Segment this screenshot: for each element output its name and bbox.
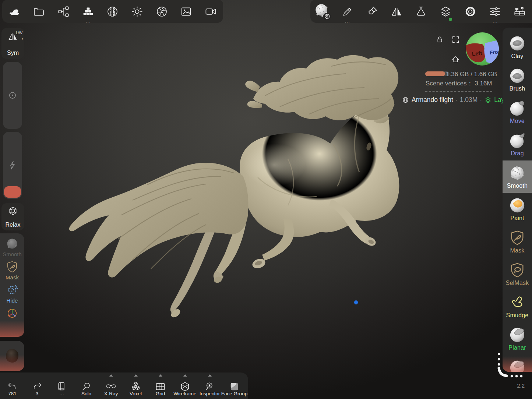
wireframe-button[interactable]: Wireframe (173, 375, 197, 396)
orientation-left-label: Left (472, 50, 482, 57)
intensity-slider[interactable] (3, 132, 22, 199)
tool-smooth[interactable]: Smooth (503, 160, 532, 193)
status-divider (425, 91, 492, 92)
submenu-caret-icon (134, 374, 138, 377)
paintbrush-icon (366, 5, 378, 18)
brick-pyramid-icon (82, 5, 95, 18)
fullscreen-icon (451, 35, 460, 44)
history-button[interactable]: … (49, 375, 74, 396)
tool-smooth-shortcut[interactable]: Smooth (3, 237, 22, 257)
tool-smooth-label: Smooth (507, 183, 528, 189)
tool-brush[interactable]: Brush (503, 63, 532, 96)
matcap-sphere-icon (106, 5, 119, 18)
camera-button[interactable] (200, 1, 222, 22)
files-button[interactable] (28, 1, 50, 22)
gear-icon (464, 5, 477, 18)
scene-vertices-value: 3.16M (475, 80, 492, 87)
layers-icon (484, 96, 492, 104)
object-name: Armando flight (412, 96, 453, 104)
background-button[interactable] (176, 1, 197, 22)
tool-mask-shortcut[interactable]: Mask (6, 260, 19, 280)
inspector-button[interactable]: Inspector (197, 375, 222, 396)
tool-smudge[interactable]: Smudge (503, 290, 532, 322)
sphere-paint-icon (509, 197, 526, 214)
tool-clay[interactable]: Clay (503, 31, 532, 63)
tool-rail: ClayBrushMoveDragSmoothPaintMaskSelMaskS… (503, 28, 532, 372)
tool-paint-label: Paint (510, 215, 524, 222)
settings-button[interactable] (460, 1, 481, 22)
symmetry-button[interactable] (386, 1, 407, 22)
orientation-gizmo[interactable]: Left Front (465, 32, 499, 66)
symmetry-badge: L/W (16, 31, 22, 35)
material-button[interactable] (102, 1, 123, 22)
relax-button[interactable]: Relax (1, 203, 24, 230)
tool-hide-shortcut-label: Hide (7, 297, 18, 304)
toolbox-button[interactable] (509, 1, 530, 22)
app-version: 2.2 (517, 382, 525, 389)
tool-mask-label: Mask (510, 247, 524, 254)
more-dots: … (485, 19, 506, 22)
primitives-button[interactable]: … (77, 1, 99, 22)
app-window: … …… Left Front 1.36 GB / 1.66 GB Sce (0, 0, 532, 399)
lock-icon (436, 35, 444, 44)
tool-move-label: Move (510, 118, 525, 124)
tool-paint[interactable]: Paint (503, 193, 532, 225)
redo-button-label: 3 (36, 391, 39, 396)
tool-move[interactable]: Move (503, 96, 532, 128)
solo-button-label: Solo (81, 391, 91, 396)
solo-button[interactable]: Solo (74, 375, 99, 396)
brush-preview-button[interactable] (312, 1, 333, 22)
app-logo-button[interactable] (4, 1, 25, 22)
radius-slider[interactable] (3, 62, 22, 129)
tool-gizmo-shortcut[interactable] (6, 307, 19, 320)
history-button-label: … (59, 391, 64, 396)
lighting-button[interactable] (127, 1, 148, 22)
scene-vertices: Scene vertices： 3.16M (426, 79, 492, 88)
topology-button[interactable] (411, 1, 432, 22)
top-right-toolbar: …… (310, 0, 532, 23)
redo-button[interactable]: 3 (25, 375, 49, 396)
home-icon (451, 55, 460, 64)
radius-icon (7, 90, 18, 101)
dot-sep: · (455, 96, 458, 104)
layers-button[interactable] (435, 1, 457, 22)
top-left-toolbar: … (2, 0, 223, 23)
hide-dots-icon (6, 283, 19, 297)
aperture-icon (155, 5, 168, 18)
lock-view-button[interactable] (436, 35, 444, 45)
home-view-button[interactable] (451, 55, 460, 65)
fullscreen-button[interactable] (451, 35, 460, 45)
book-icon (56, 378, 67, 389)
symmetry-toggle[interactable]: L/W ▸ Sym (1, 28, 24, 59)
material-preview[interactable] (0, 341, 24, 371)
rail-resize-handle[interactable] (494, 350, 531, 381)
intensity-fill (4, 186, 21, 198)
workbench-icon (513, 5, 526, 18)
sun-icon (131, 5, 144, 18)
postprocess-button[interactable] (151, 1, 172, 22)
stroke-button[interactable]: … (337, 1, 358, 22)
tool-selmask[interactable]: SelMask (503, 258, 532, 290)
tool-mask[interactable]: Mask (503, 225, 532, 258)
grid-button[interactable]: Grid (148, 375, 173, 396)
material-sphere-icon (3, 347, 21, 365)
smudge-hand-icon (509, 294, 526, 311)
bottom-toolbar: 7813…SoloX-RayVoxelGridWireframeInspecto… (0, 372, 248, 399)
scene-graph-button[interactable] (53, 1, 74, 22)
options-button[interactable]: … (485, 1, 506, 22)
glasses-icon (105, 378, 117, 389)
shield-lasso-icon (509, 262, 526, 279)
sphere-move-icon (509, 100, 526, 117)
active-object-row[interactable]: Armando flight · 1.03M · Layer 3 (402, 96, 516, 104)
sphere-clay-icon (509, 35, 526, 52)
tool-drag[interactable]: Drag (503, 128, 532, 160)
undo-button[interactable]: 781 (0, 375, 25, 396)
undo-button-label: 781 (8, 391, 17, 396)
facegroup-button[interactable]: Face Group (222, 375, 247, 396)
painting-button[interactable] (361, 1, 383, 22)
left-tool-shortcuts: SmoothMaskHide (0, 233, 24, 337)
xray-button[interactable]: X-Ray (99, 375, 123, 396)
tool-hide-shortcut[interactable]: Hide (6, 283, 19, 304)
symmetry-label: Sym (1, 50, 24, 56)
voxel-button[interactable]: Voxel (123, 375, 148, 396)
